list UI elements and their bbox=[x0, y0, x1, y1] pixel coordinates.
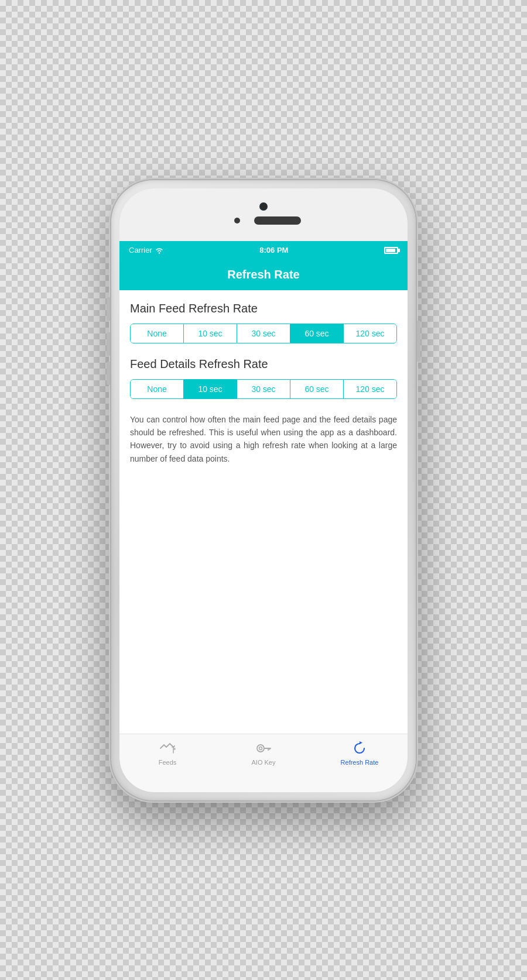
tab-feeds[interactable]: Feeds bbox=[119, 740, 215, 766]
feed-details-30sec[interactable]: 30 sec bbox=[237, 380, 290, 398]
nav-title: Refresh Rate bbox=[227, 268, 299, 281]
feed-details-section: Feed Details Refresh Rate None 10 sec 30… bbox=[130, 357, 397, 399]
svg-point-1 bbox=[257, 745, 264, 752]
status-time: 8:06 PM bbox=[259, 246, 288, 255]
sensor-dot bbox=[234, 218, 240, 223]
feed-details-title: Feed Details Refresh Rate bbox=[130, 357, 397, 371]
main-feed-120sec[interactable]: 120 sec bbox=[344, 324, 396, 343]
speaker-grille bbox=[254, 216, 301, 225]
battery-indicator bbox=[384, 247, 398, 254]
main-feed-30sec[interactable]: 30 sec bbox=[237, 324, 290, 343]
aio-key-label: AIO Key bbox=[252, 759, 276, 766]
navigation-bar: Refresh Rate bbox=[119, 260, 408, 290]
camera bbox=[259, 202, 268, 211]
feed-details-120sec[interactable]: 120 sec bbox=[344, 380, 396, 398]
main-feed-10sec[interactable]: 10 sec bbox=[184, 324, 237, 343]
tab-aio-key[interactable]: AIO Key bbox=[215, 740, 312, 766]
main-feed-segment[interactable]: None 10 sec 30 sec 60 sec 120 sec bbox=[130, 324, 397, 343]
main-feed-title: Main Feed Refresh Rate bbox=[130, 302, 397, 315]
main-feed-60sec[interactable]: 60 sec bbox=[290, 324, 344, 343]
screen: Carrier 8:06 PM Refresh Ra bbox=[119, 241, 408, 734]
refresh-icon bbox=[351, 740, 368, 757]
svg-point-0 bbox=[159, 252, 160, 253]
phone-inner: Carrier 8:06 PM Refresh Ra bbox=[119, 188, 408, 792]
feed-details-segment[interactable]: None 10 sec 30 sec 60 sec 120 sec bbox=[130, 379, 397, 399]
carrier-label: Carrier bbox=[129, 246, 152, 255]
feeds-icon bbox=[159, 740, 176, 757]
feed-details-none[interactable]: None bbox=[131, 380, 184, 398]
phone-top-hardware bbox=[119, 188, 408, 241]
main-feed-section: Main Feed Refresh Rate None 10 sec 30 se… bbox=[130, 302, 397, 343]
battery-icon bbox=[384, 247, 398, 254]
phone-frame: Carrier 8:06 PM Refresh Ra bbox=[111, 180, 416, 800]
main-content: Main Feed Refresh Rate None 10 sec 30 se… bbox=[119, 290, 408, 734]
tab-bar: Feeds AIO Key bbox=[119, 734, 408, 792]
refresh-rate-label: Refresh Rate bbox=[341, 759, 379, 766]
description-text: You can control how often the main feed … bbox=[130, 413, 397, 466]
feeds-label: Feeds bbox=[159, 759, 177, 766]
tab-refresh-rate[interactable]: Refresh Rate bbox=[312, 740, 408, 766]
feed-details-10sec[interactable]: 10 sec bbox=[184, 380, 237, 398]
key-icon bbox=[255, 740, 272, 757]
status-bar: Carrier 8:06 PM bbox=[119, 241, 408, 260]
svg-point-2 bbox=[259, 747, 262, 749]
main-feed-none[interactable]: None bbox=[131, 324, 184, 343]
battery-fill bbox=[386, 249, 395, 252]
feed-details-60sec[interactable]: 60 sec bbox=[290, 380, 344, 398]
wifi-icon bbox=[155, 247, 164, 254]
carrier-info: Carrier bbox=[129, 246, 164, 255]
